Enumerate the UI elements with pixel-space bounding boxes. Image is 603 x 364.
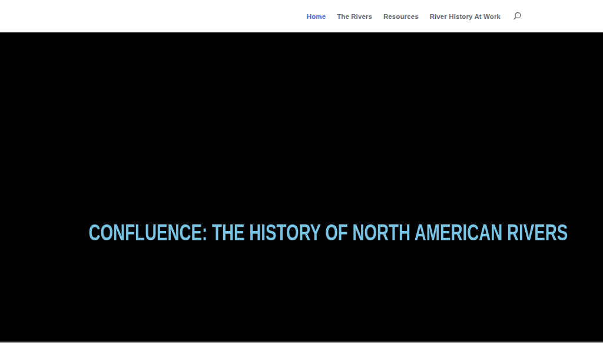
- basin-copper: [216, 127, 229, 138]
- main-nav: Home The Rivers Resources River History …: [307, 12, 522, 21]
- basin-newfoundland-b: [414, 203, 422, 210]
- greenland-speck: [398, 64, 410, 76]
- basin-quebec-blue: [390, 188, 403, 201]
- basin-central-america-7: [326, 316, 334, 325]
- basin-mexico-8: [288, 320, 301, 333]
- greenland-speck: [386, 50, 397, 62]
- island-cuba-b: [384, 297, 387, 300]
- basin-florida-tip: [374, 287, 379, 292]
- basin-north-band-b: [334, 132, 344, 140]
- greenland-speck: [411, 98, 420, 108]
- greenland-speck: [405, 114, 415, 123]
- site-header: Home The Rivers Resources River History …: [0, 0, 603, 32]
- greenland-speck: [407, 82, 418, 93]
- search-icon: [513, 12, 522, 21]
- basin-dubawnt: [304, 143, 317, 153]
- basin-quebec-purple: [370, 204, 380, 214]
- aleutian-island: [193, 153, 196, 157]
- hero-title: CONFLUENCE: THE HISTORY OF NORTH AMERICA…: [0, 220, 603, 245]
- river-basins-map: [0, 32, 603, 342]
- nav-item-resources[interactable]: Resources: [383, 13, 419, 20]
- lake-huron: [342, 203, 352, 212]
- aleutian-island: [206, 147, 210, 150]
- basin-north-band-a: [296, 123, 309, 133]
- basin-mexico-6: [296, 286, 307, 298]
- aleutian-island: [185, 155, 189, 159]
- basin-central-america-3: [339, 330, 349, 340]
- basin-central-america-6: [365, 333, 373, 341]
- basin-mexico-4: [277, 311, 290, 324]
- aleutian-island: [178, 157, 182, 161]
- basin-atlantic-8: [372, 254, 383, 265]
- arctic-island: [311, 61, 331, 81]
- island-hispaniola: [390, 303, 397, 308]
- basin-mexico-5: [308, 302, 321, 315]
- nav-item-river-history-at-work[interactable]: River History At Work: [430, 13, 501, 20]
- nav-item-the-rivers[interactable]: The Rivers: [337, 13, 372, 20]
- below-hero-strip: [0, 342, 603, 364]
- basin-yucatan-b: [341, 296, 348, 303]
- arctic-island: [285, 105, 304, 124]
- basin-texas-gulf-b: [304, 252, 316, 262]
- basin-assiniboine: [283, 176, 299, 186]
- hero-title-text: CONFLUENCE: THE HISTORY OF NORTH AMERICA…: [88, 219, 568, 246]
- gulf-of-mexico: [304, 267, 358, 297]
- nav-item-home[interactable]: Home: [307, 13, 326, 20]
- greenland-speck: [372, 41, 382, 52]
- greenland-speck: [356, 46, 368, 58]
- basin-ungava: [376, 160, 394, 171]
- basin-bristol-bay: [201, 130, 214, 140]
- island-puerto-rico: [398, 306, 403, 309]
- hero-section: CONFLUENCE: THE HISTORY OF NORTH AMERICA…: [0, 32, 603, 342]
- basin-quebec-red: [369, 180, 385, 196]
- search-button[interactable]: [512, 12, 522, 21]
- basin-mexico-9: [302, 320, 313, 330]
- arctic-island: [339, 107, 356, 125]
- page: Home The Rivers Resources River History …: [0, 0, 603, 364]
- arctic-island: [360, 112, 376, 129]
- aleutian-island: [199, 150, 203, 154]
